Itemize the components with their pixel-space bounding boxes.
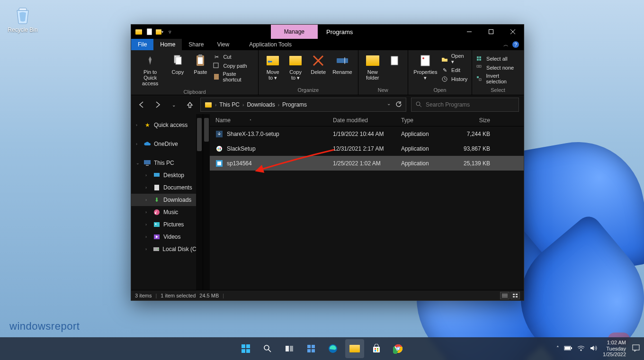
chevron-right-icon[interactable]: › (145, 234, 150, 239)
chevron-right-icon[interactable]: › (145, 247, 150, 252)
paste-button[interactable]: Paste (190, 52, 211, 76)
refresh-button[interactable] (395, 101, 402, 109)
chrome-taskbar-button[interactable] (389, 339, 408, 358)
nav-onedrive[interactable]: ›OneDrive (131, 138, 203, 150)
address-dropdown-icon[interactable]: ⌄ (387, 101, 391, 109)
help-icon[interactable]: ? (512, 41, 519, 48)
chevron-right-icon[interactable]: › (215, 102, 216, 108)
forward-button[interactable] (152, 99, 163, 110)
qat-overflow-icon[interactable]: ▿ (166, 28, 174, 36)
search-box[interactable] (411, 98, 519, 112)
folder-dropdown-icon[interactable]: ▾ (156, 28, 163, 36)
taskbar-clock[interactable]: 1:02 AM Tuesday 1/25/2022 (603, 340, 626, 358)
properties-button[interactable]: Properties ▾ (412, 52, 439, 82)
file-row[interactable]: SlackSetup 12/31/2021 2:17 AM Applicatio… (210, 141, 524, 156)
chevron-right-icon[interactable]: › (145, 198, 150, 202)
paste-shortcut-button[interactable]: Paste shortcut (213, 71, 254, 82)
list-scrollbar[interactable] (203, 114, 210, 290)
tray-overflow-icon[interactable]: ˄ (556, 345, 559, 351)
pc-icon (143, 159, 151, 167)
nav-quick-access[interactable]: ›★Quick access (131, 119, 203, 131)
delete-button[interactable]: Delete (308, 52, 329, 76)
pin-to-quick-access-button[interactable]: Pin to Quick access (135, 52, 165, 87)
nav-local-disk[interactable]: ›Local Disk (C:) (131, 243, 203, 255)
nav-pictures[interactable]: ›Pictures (131, 218, 203, 231)
collapse-ribbon-icon[interactable]: ︿ (503, 41, 509, 48)
nav-videos[interactable]: ›Videos (131, 231, 203, 243)
file-row[interactable]: ShareX-13.7.0-setup 1/19/2022 10:44 AM A… (210, 126, 524, 141)
tiles-view-button[interactable] (510, 292, 520, 299)
recent-locations-button[interactable]: ⌄ (168, 99, 179, 110)
maximize-button[interactable] (480, 25, 502, 39)
chevron-right-icon[interactable]: › (278, 102, 279, 108)
copy-to-button[interactable]: Copy to ▾ (285, 52, 306, 82)
chevron-right-icon[interactable]: › (145, 185, 150, 190)
chevron-right-icon[interactable]: › (145, 222, 150, 227)
battery-icon[interactable] (564, 345, 572, 352)
breadcrumb-programs[interactable]: Programs (282, 101, 307, 108)
explorer-taskbar-button[interactable] (345, 339, 364, 358)
tab-view[interactable]: View (210, 39, 236, 50)
open-button[interactable]: Open ▾ (441, 53, 468, 65)
column-date[interactable]: Date modified (327, 117, 395, 124)
wifi-icon[interactable] (577, 345, 585, 352)
chevron-right-icon[interactable]: › (145, 173, 150, 178)
copy-button[interactable]: Copy (167, 52, 188, 76)
up-button[interactable] (184, 99, 196, 110)
tab-application-tools[interactable]: Application Tools (242, 39, 298, 50)
scrollbar-thumb[interactable] (204, 118, 209, 142)
nav-desktop[interactable]: ›Desktop (131, 169, 203, 181)
titlebar[interactable]: ▾ ▿ Manage Programs (131, 25, 524, 39)
svg-rect-53 (516, 296, 518, 297)
back-button[interactable] (136, 99, 147, 110)
select-all-button[interactable]: Select all (476, 55, 520, 63)
svg-point-58 (264, 345, 269, 350)
nav-music[interactable]: ›Music (131, 206, 203, 218)
chevron-down-icon[interactable]: ⌄ (136, 161, 141, 165)
breadcrumb-downloads[interactable]: Downloads (247, 101, 275, 108)
history-button[interactable]: History (441, 75, 468, 83)
search-input[interactable] (426, 101, 515, 108)
scrollbar-thumb[interactable] (197, 118, 202, 151)
search-taskbar-button[interactable] (258, 339, 277, 358)
store-taskbar-button[interactable] (367, 339, 386, 358)
new-item-button[interactable] (385, 52, 404, 69)
column-size[interactable]: Size (452, 117, 500, 124)
volume-icon[interactable] (590, 345, 597, 352)
tab-home[interactable]: Home (153, 39, 182, 50)
nav-documents[interactable]: ›Documents (131, 181, 203, 194)
tab-share[interactable]: Share (182, 39, 210, 50)
copy-path-button[interactable]: Copy path (213, 62, 254, 70)
chevron-right-icon[interactable]: › (136, 123, 141, 127)
invert-selection-button[interactable]: Invert selection (476, 73, 520, 84)
column-name[interactable]: Name˄ (210, 117, 327, 124)
nav-scrollbar[interactable] (196, 114, 203, 290)
rename-button[interactable]: Rename (331, 52, 354, 76)
start-button[interactable] (236, 339, 255, 358)
column-type[interactable]: Type (395, 117, 452, 124)
cut-button[interactable]: ✂Cut (213, 53, 254, 61)
nav-this-pc[interactable]: ⌄This PC (131, 157, 203, 169)
close-button[interactable] (502, 25, 524, 39)
move-to-button[interactable]: ⬅Move to ▾ (262, 52, 283, 82)
nav-downloads[interactable]: ›⬇Downloads (131, 194, 203, 206)
minimize-button[interactable] (458, 25, 480, 39)
contextual-tab-manage[interactable]: Manage (271, 25, 318, 39)
clock-day: Tuesday (603, 346, 626, 352)
chevron-right-icon[interactable]: › (145, 210, 150, 215)
widgets-button[interactable] (302, 339, 321, 358)
task-view-button[interactable] (280, 339, 299, 358)
tab-file[interactable]: File (131, 39, 153, 50)
new-folder-button[interactable]: New folder (362, 52, 383, 81)
recycle-bin-desktop-icon[interactable]: Recycle Bin (5, 5, 41, 33)
chevron-right-icon[interactable]: › (242, 102, 244, 108)
notifications-button[interactable] (632, 344, 640, 353)
address-bar[interactable]: › This PC › Downloads › Programs ⌄ (200, 98, 406, 112)
edit-button[interactable]: ✎Edit (441, 66, 468, 74)
file-row-selected[interactable]: sp134564 1/25/2022 1:02 AM Application 2… (210, 156, 524, 171)
edge-taskbar-button[interactable] (323, 339, 342, 358)
details-view-button[interactable] (500, 292, 510, 299)
chevron-right-icon[interactable]: › (136, 142, 141, 146)
breadcrumb-this-pc[interactable]: This PC (219, 101, 240, 108)
select-none-button[interactable]: Select none (476, 64, 520, 72)
